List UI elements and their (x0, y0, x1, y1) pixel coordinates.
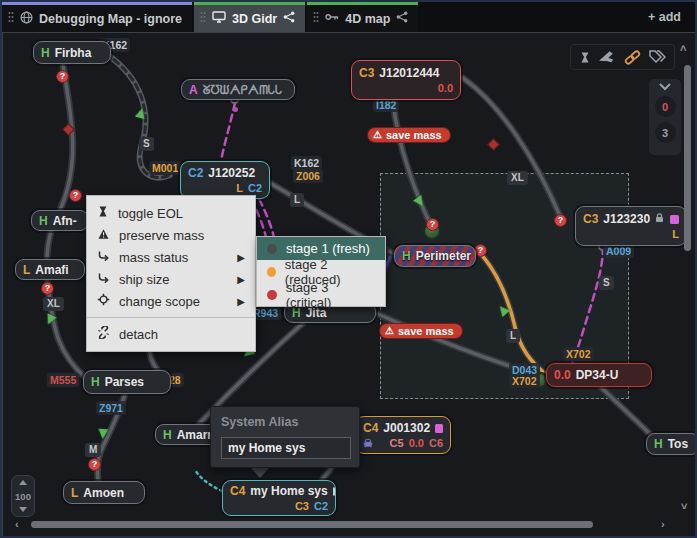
globe-icon (20, 11, 33, 27)
status-unknown-marker: ? (41, 282, 54, 295)
zoom-level: 100 (15, 491, 31, 502)
map-tab-debugging-map-ignore[interactable]: Debugging Map - ignore (2, 2, 192, 32)
menu-item-toggle-EOL[interactable]: toggle EOL (87, 202, 255, 224)
submenu-arrow-icon: ▶ (237, 296, 245, 307)
system-node-my-home-sys[interactable]: C4my Home sysC3C2 (222, 480, 336, 516)
map-canvas[interactable]: ??????????HFirbhaAᘜᘮᙎᗅᑭᗅᗰᘂᘂC2J120252LC2C… (2, 32, 697, 538)
menu-separator (87, 317, 255, 318)
pink-square-marker (670, 215, 679, 224)
share-icon[interactable] (396, 11, 408, 26)
hourglass-icon (97, 205, 109, 221)
scope-icon (97, 293, 110, 309)
scroll-left-icon[interactable]: ‹ (15, 519, 19, 529)
dialog-pointer (251, 468, 269, 478)
system-node-amoen[interactable]: LAmoen (63, 481, 145, 504)
menu-item-detach[interactable]: detach (87, 323, 255, 345)
system-node-j001302[interactable]: C4J001302☠C50.0C6 (355, 416, 451, 454)
connection-edge[interactable] (195, 470, 222, 491)
connection-label-m001: M001 (149, 161, 181, 175)
menu-item-ship-size[interactable]: ship size▶ (87, 268, 255, 290)
branch-icon (97, 272, 110, 287)
system-node-perimeter[interactable]: HPerimeter (394, 245, 476, 267)
system-node-unknown-trig[interactable]: Aᘜᘮᙎᗅᑭᗅᗰᘂᘂ (181, 79, 295, 100)
eol-dot (233, 107, 238, 112)
connection-context-menu: toggle EOLpreserve massmass status▶ship … (86, 195, 256, 352)
pink-square-marker (435, 424, 443, 433)
size-badge-l: L (506, 329, 520, 343)
system-node-j120252[interactable]: C2J120252LC2 (180, 161, 270, 199)
connection-label-x702: X702 (563, 347, 594, 361)
lock-icon (655, 211, 664, 227)
hourglass-icon[interactable] (579, 51, 591, 64)
save-mass-badge: ⚠ save mass (368, 128, 450, 142)
wormhole-mapper-app: Debugging Map - ignore3D Gidr4D map+ add… (0, 0, 697, 538)
save-mass-badge: ⚠ save mass (380, 324, 462, 338)
chevron-down-icon[interactable] (659, 83, 671, 91)
system-alias-input[interactable] (221, 437, 351, 459)
warning-icon: ⚠ (373, 129, 382, 141)
connection-edge[interactable] (221, 103, 235, 161)
menu-item-change-scope[interactable]: change scope▶ (87, 290, 255, 312)
submenu-arrow-icon: ▶ (237, 252, 245, 263)
link-icon[interactable] (624, 50, 641, 65)
system-node-tos[interactable]: HTos (646, 433, 697, 455)
key-icon (325, 11, 339, 26)
connection-label-x702: X702 (509, 374, 540, 388)
size-badge-s: S (139, 137, 154, 151)
vertical-scrollbar-thumb[interactable] (684, 65, 691, 251)
grip-icon[interactable] (8, 11, 14, 26)
zoom-out-arrow-icon[interactable] (19, 507, 27, 512)
grip-icon[interactable] (313, 11, 319, 26)
status-unknown-marker: ? (69, 189, 82, 202)
system-node-parses[interactable]: HParses (83, 370, 171, 394)
scroll-down-icon[interactable]: ˅ (681, 501, 687, 511)
horizontal-scrollbar-thumb[interactable] (31, 521, 593, 528)
connection-label-z971: Z971 (96, 401, 126, 415)
size-badge-l: L (290, 193, 304, 207)
status-unknown-marker: ? (88, 458, 101, 471)
signature-panel: 0 3 (649, 79, 681, 155)
black-square-marker (333, 487, 335, 496)
connection-edge[interactable] (463, 78, 560, 216)
grip-icon[interactable] (200, 11, 206, 26)
connection-edge[interactable] (47, 280, 87, 379)
zoom-in-arrow-icon[interactable] (19, 480, 27, 485)
map-tab-3d-gidr[interactable]: 3D Gidr (194, 2, 305, 32)
system-node-j123230[interactable]: C3J123230L (575, 206, 687, 246)
ship-icon[interactable] (599, 50, 616, 64)
connection-edge[interactable] (601, 387, 653, 437)
map-tab-4d-map[interactable]: 4D map (307, 2, 418, 32)
branch-icon (97, 250, 110, 265)
share-icon[interactable] (283, 11, 295, 26)
connection-label-k162: K162 (291, 156, 322, 170)
map-toolbar (570, 44, 675, 70)
menu-item-preserve-mass[interactable]: preserve mass (87, 224, 255, 246)
menu-item-mass-status[interactable]: mass status▶ (87, 246, 255, 268)
submenu-item-stage-3-(critical)[interactable]: stage 3 (critical) (257, 283, 385, 306)
warning-icon: ⚠ (385, 325, 394, 337)
system-node-amafi[interactable]: LAmafi (15, 259, 85, 280)
tags-icon[interactable] (649, 50, 666, 64)
submenu-arrow-icon: ▶ (237, 274, 245, 285)
add-map-button[interactable]: + add (634, 10, 695, 24)
system-node-dp34u[interactable]: 0.0DP34-U (546, 363, 652, 387)
system-alias-dialog: System Alias (210, 406, 360, 468)
connection-edge[interactable] (393, 100, 432, 227)
connection-edge[interactable] (463, 78, 560, 216)
status-unknown-marker: ? (56, 70, 69, 83)
size-badge-m: M (85, 443, 101, 457)
mass-status-submenu: stage 1 (fresh)stage 2 (reduced)stage 3 … (256, 236, 386, 307)
scroll-up-icon[interactable]: ˄ (680, 43, 686, 53)
warning-icon (97, 228, 110, 243)
connection-label-m555: M555 (47, 373, 79, 387)
mass-stage-dot-icon (267, 290, 277, 300)
system-node-j12012444[interactable]: C3J120124440.0 (351, 60, 461, 100)
map-tab-bar: Debugging Map - ignore3D Gidr4D map+ add (2, 2, 695, 32)
system-node-afn[interactable]: HAfn- (31, 210, 89, 231)
count-button-0[interactable]: 0 (655, 96, 676, 117)
monitor-icon (212, 11, 226, 26)
size-badge-xl: XL (507, 171, 528, 185)
scroll-right-icon[interactable]: › (661, 519, 665, 529)
system-node-firbha[interactable]: HFirbha (33, 41, 111, 64)
count-button-3[interactable]: 3 (655, 122, 676, 143)
